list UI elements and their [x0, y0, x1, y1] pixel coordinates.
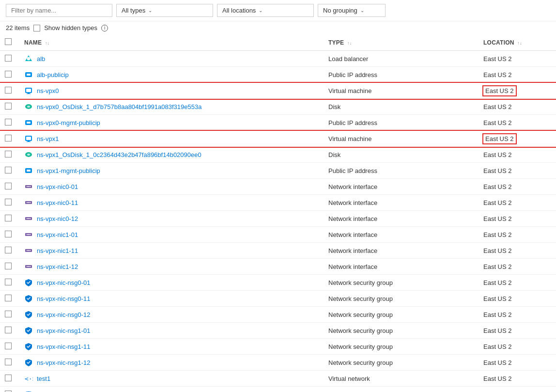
resource-location: East US 2	[479, 355, 556, 371]
row-checkbox[interactable]	[5, 295, 12, 301]
row-checkbox[interactable]	[5, 263, 12, 269]
table-row: ns-vpx-nic-nsg0-12Network security group…	[0, 307, 556, 323]
svg-rect-41	[27, 266, 28, 267]
row-checkbox[interactable]	[5, 103, 12, 110]
resource-type: Network security group	[324, 339, 479, 355]
row-checkbox[interactable]	[5, 55, 12, 62]
select-all-checkbox[interactable]	[5, 38, 12, 45]
row-checkbox[interactable]	[5, 119, 12, 125]
header-location[interactable]: LOCATION ↑↓	[479, 34, 556, 51]
row-checkbox[interactable]	[5, 375, 12, 381]
row-checkbox[interactable]	[5, 71, 12, 78]
resource-link[interactable]: ns-vpx1_OsDisk_1_0c2364d43e2b47fa896bf14…	[37, 151, 201, 158]
row-checkbox[interactable]	[5, 359, 12, 365]
resource-link[interactable]: ns-vpx-nic0-01	[37, 183, 78, 190]
show-hidden-label: Show hidden types	[44, 24, 97, 31]
nic-icon	[24, 230, 33, 239]
row-checkbox[interactable]	[5, 343, 12, 349]
resource-link[interactable]: alb-publicip	[37, 71, 69, 78]
nsg-icon	[24, 294, 33, 303]
resource-location: East US 2	[479, 211, 556, 227]
resource-link[interactable]: ns-vpx-nic1-11	[37, 247, 78, 254]
resource-link[interactable]: ns-vpx-nic0-11	[37, 199, 78, 206]
row-checkbox[interactable]	[5, 199, 12, 205]
resource-type: Load balancer	[324, 51, 479, 67]
show-hidden-checkbox[interactable]	[33, 25, 40, 31]
row-checkbox[interactable]	[5, 327, 12, 333]
filter-input[interactable]	[6, 4, 112, 17]
resource-type: Storage account	[324, 387, 479, 392]
table-row: ns-vpx-nic-nsg1-12Network security group…	[0, 355, 556, 371]
resource-link[interactable]: ns-vpx-nic-nsg0-12	[37, 311, 91, 318]
resource-link[interactable]: ns-vpx-nic-nsg1-12	[37, 359, 91, 366]
resource-link[interactable]: test1	[37, 375, 50, 382]
row-checkbox[interactable]	[5, 167, 12, 173]
resource-link[interactable]: ns-vpx0-mgmt-publicip	[37, 119, 100, 126]
nic-icon	[24, 214, 33, 223]
table-header-row: NAME ↑↓ TYPE ↑↓ LOCATION ↑↓	[0, 34, 556, 51]
table-row: ns-vpx0-mgmt-publicipPublic IP addressEa…	[0, 115, 556, 131]
vnet-icon: <·>	[24, 374, 33, 383]
vm-icon	[24, 134, 33, 143]
locations-dropdown-arrow: ⌄	[259, 8, 263, 13]
resource-location: East US 2	[479, 371, 556, 387]
row-checkbox[interactable]	[5, 183, 12, 189]
nic-icon	[24, 182, 33, 191]
pip-icon	[24, 118, 33, 127]
resource-link[interactable]: ns-vpx-nic1-01	[37, 231, 78, 238]
locations-dropdown[interactable]: All locations ⌄	[217, 4, 314, 17]
info-icon[interactable]: i	[101, 25, 108, 31]
item-count: 22 items	[6, 24, 30, 31]
resource-location: East US 2	[479, 51, 556, 67]
svg-point-9	[27, 106, 30, 108]
resource-link[interactable]: ns-vpx0	[37, 87, 59, 94]
resource-link[interactable]: ns-vpx-nic-nsg1-01	[37, 327, 91, 334]
resource-link[interactable]: ns-vpx1	[37, 135, 59, 142]
row-checkbox[interactable]	[5, 135, 12, 141]
row-checkbox[interactable]	[5, 247, 12, 253]
types-dropdown[interactable]: All types ⌄	[116, 4, 213, 17]
svg-rect-42	[28, 266, 29, 267]
resource-location: East US 2	[479, 323, 556, 339]
resource-link[interactable]: ns-vpx-nic-nsg0-11	[37, 295, 91, 302]
resource-link[interactable]: ns-vpx-nic0-12	[37, 215, 78, 222]
svg-rect-38	[28, 250, 29, 251]
row-checkbox[interactable]	[5, 151, 12, 157]
row-checkbox[interactable]	[5, 391, 12, 392]
types-dropdown-arrow: ⌄	[148, 8, 152, 13]
resource-location: East US 2	[479, 195, 556, 211]
resource-link[interactable]: alb	[37, 55, 45, 63]
table-row: ns-vpx-nic0-12Network interfaceEast US 2	[0, 211, 556, 227]
vm-icon	[24, 86, 33, 95]
resource-link[interactable]: ns-vpx-nic-nsg0-01	[37, 279, 91, 286]
resource-link[interactable]: ns-vpx1-mgmt-publicip	[37, 167, 100, 174]
row-checkbox[interactable]	[5, 279, 12, 285]
svg-rect-29	[27, 218, 28, 219]
row-checkbox[interactable]	[5, 87, 12, 94]
resource-type: Virtual network	[324, 371, 479, 387]
resource-type: Public IP address	[324, 115, 479, 131]
row-checkbox[interactable]	[5, 231, 12, 237]
resource-link[interactable]: ns-vpx0_OsDisk_1_d7b757b8aa804bf1991a083…	[37, 103, 201, 110]
row-checkbox[interactable]	[5, 311, 12, 317]
resource-link[interactable]: ns-vpx-nic1-12	[37, 263, 78, 270]
location-sort-icon: ↑↓	[517, 41, 522, 46]
header-type[interactable]: TYPE ↑↓	[324, 34, 479, 51]
table-row: ns-vpx0_OsDisk_1_d7b757b8aa804bf1991a083…	[0, 99, 556, 115]
resource-type: Network interface	[324, 211, 479, 227]
grouping-dropdown[interactable]: No grouping ⌄	[318, 4, 386, 17]
resource-location: East US 2	[479, 99, 556, 115]
resource-location: East US 2	[479, 243, 556, 259]
svg-rect-25	[27, 202, 28, 203]
svg-rect-5	[26, 89, 31, 92]
resource-type: Network interface	[324, 195, 479, 211]
resources-table: NAME ↑↓ TYPE ↑↓ LOCATION ↑↓ albLoad bala…	[0, 34, 556, 392]
name-sort-icon: ↑↓	[45, 41, 49, 46]
table-row: ns-vpx-nic0-11Network interfaceEast US 2	[0, 195, 556, 211]
pip-icon	[24, 166, 33, 175]
header-name[interactable]: NAME ↑↓	[19, 34, 324, 51]
resource-type: Network interface	[324, 259, 479, 275]
table-row: ns-vpx-nic-nsg1-01Network security group…	[0, 323, 556, 339]
resource-link[interactable]: ns-vpx-nic-nsg1-11	[37, 343, 91, 350]
row-checkbox[interactable]	[5, 215, 12, 221]
